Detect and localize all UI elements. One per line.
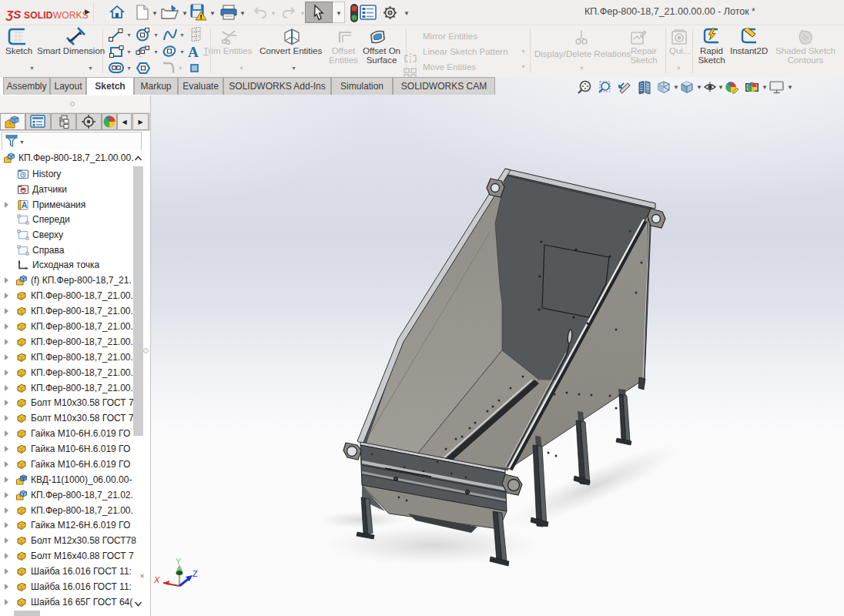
- svg-text:▼: ▼: [696, 84, 702, 91]
- svg-text:▼: ▼: [673, 84, 679, 91]
- svg-text:▼: ▼: [762, 84, 768, 91]
- svg-text:Z: Z: [193, 569, 198, 578]
- svg-text:X: X: [153, 575, 160, 584]
- svg-text:▼: ▼: [718, 84, 724, 91]
- svg-text:Y: Y: [176, 557, 182, 566]
- svg-text:▼: ▼: [787, 84, 793, 91]
